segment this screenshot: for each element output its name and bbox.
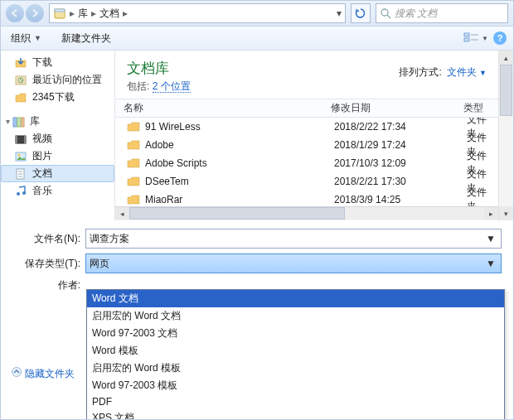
folder-icon: [127, 157, 140, 169]
dropdown-option[interactable]: 启用宏的 Word 模板: [87, 360, 504, 377]
document-icon: [14, 167, 27, 181]
svg-point-2: [381, 9, 388, 16]
scroll-up-button[interactable]: ▴: [499, 51, 513, 65]
hide-folders-link[interactable]: 隐藏文件夹: [11, 366, 75, 381]
sidebar-item-2345[interactable]: 2345下载: [1, 89, 114, 106]
sidebar-item-label: 图片: [32, 149, 52, 163]
refresh-button[interactable]: [351, 3, 371, 23]
table-row[interactable]: DSeeTem2018/2/21 17:30文件夹: [115, 172, 498, 191]
table-row[interactable]: Adobe Scripts2017/10/3 12:09文件夹: [115, 154, 498, 172]
filetype-dropdown[interactable]: Word 文档启用宏的 Word 文档Word 97-2003 文档Word 模…: [86, 289, 505, 420]
sidebar-item-label: 库: [30, 114, 40, 128]
help-icon: ?: [497, 33, 503, 43]
search-input[interactable]: 搜索 文档: [376, 3, 508, 23]
dropdown-option[interactable]: Word 97-2003 文档: [87, 325, 504, 342]
file-date: 2018/1/29 17:24: [326, 139, 458, 151]
library-subtitle: 包括: 2 个位置: [127, 80, 191, 94]
sort-value-link[interactable]: 文件夹 ▼: [447, 65, 487, 80]
organize-label: 组织: [11, 31, 31, 46]
new-folder-label: 新建文件夹: [61, 31, 111, 46]
svg-point-25: [12, 368, 22, 377]
nav-back-button[interactable]: [6, 4, 24, 22]
sidebar-item-video[interactable]: 视频: [1, 130, 114, 147]
file-date: 2018/2/21 17:30: [326, 176, 458, 187]
sidebar-item-label: 最近访问的位置: [32, 73, 102, 87]
dropdown-option[interactable]: XPS 文档: [87, 409, 504, 420]
sidebar-item-music[interactable]: 音乐: [1, 182, 114, 200]
scroll-thumb[interactable]: [500, 65, 512, 116]
arrow-left-icon: [11, 9, 19, 17]
expand-icon[interactable]: ▾: [6, 117, 10, 126]
column-name[interactable]: 名称: [115, 101, 322, 115]
filetype-value: 网页: [90, 257, 109, 271]
folder-icon: [127, 194, 140, 205]
column-date[interactable]: 修改日期: [322, 101, 455, 115]
nav-forward-button[interactable]: [26, 4, 44, 22]
sidebar-item-documents[interactable]: 文档: [1, 165, 114, 182]
file-name: DSeeTem: [145, 176, 189, 187]
sort-label: 排列方式:: [399, 65, 441, 80]
dropdown-option[interactable]: PDF: [87, 394, 504, 409]
scroll-right-button[interactable]: ▸: [484, 207, 498, 220]
chevron-down-icon: ▼: [479, 69, 487, 77]
folder-icon: [14, 91, 27, 104]
dropdown-icon[interactable]: ▾: [337, 7, 342, 19]
column-headers: 名称 修改日期 类型: [115, 99, 498, 118]
library-title: 文档库: [127, 59, 191, 78]
svg-rect-4: [464, 33, 469, 36]
horizontal-scrollbar[interactable]: ◂ ▸: [115, 206, 498, 220]
svg-point-23: [17, 192, 20, 196]
breadcrumb-segment[interactable]: 文档: [99, 7, 119, 21]
filename-input[interactable]: 调查方案 ▼: [85, 229, 502, 249]
table-row[interactable]: 91 WireLess2018/2/22 17:34文件夹: [115, 118, 498, 136]
sidebar-group-library[interactable]: ▾ 库: [1, 113, 114, 130]
column-type[interactable]: 类型: [455, 101, 498, 115]
sidebar-item-label: 文档: [32, 167, 52, 181]
table-row[interactable]: Adobe2018/1/29 17:24文件夹: [115, 136, 498, 154]
sidebar-item-label: 2345下载: [32, 90, 75, 104]
file-name: Adobe Scripts: [145, 157, 207, 169]
sidebar-item-label: 视频: [32, 132, 52, 146]
dropdown-option[interactable]: Word 模板: [87, 342, 504, 360]
vertical-scrollbar[interactable]: ▴ ▾: [498, 51, 513, 220]
svg-rect-13: [22, 118, 24, 127]
library-icon: [53, 7, 66, 20]
filetype-select[interactable]: 网页 ▼: [85, 253, 502, 273]
chevron-down-icon: ▼: [34, 34, 41, 42]
view-button[interactable]: ▼: [463, 31, 488, 45]
breadcrumb-segment[interactable]: 库: [78, 7, 88, 21]
chevron-down-icon[interactable]: ▼: [484, 233, 497, 244]
locations-link[interactable]: 2 个位置: [153, 80, 191, 93]
file-name: MiaoRar: [145, 194, 182, 205]
dropdown-option[interactable]: Word 97-2003 模板: [87, 377, 504, 394]
organize-button[interactable]: 组织 ▼: [7, 30, 45, 47]
filename-label: 文件名(N):: [1, 232, 85, 246]
sidebar-item-downloads[interactable]: 下载: [1, 54, 114, 71]
chevron-right-icon: ▸: [70, 7, 75, 19]
file-date: 2017/10/3 12:09: [326, 157, 458, 169]
sidebar-item-label: 音乐: [32, 184, 52, 198]
svg-rect-15: [16, 136, 17, 143]
scroll-thumb[interactable]: [129, 207, 345, 220]
help-button[interactable]: ?: [493, 31, 507, 45]
video-icon: [14, 133, 27, 146]
sidebar-item-label: 下载: [32, 56, 52, 70]
scroll-left-button[interactable]: ◂: [115, 207, 129, 220]
chevron-down-icon[interactable]: ▼: [484, 258, 497, 269]
file-date: 2018/3/9 14:25: [326, 194, 458, 205]
refresh-icon: [355, 7, 366, 19]
scroll-down-button[interactable]: ▾: [499, 206, 513, 220]
folder-icon: [127, 121, 140, 133]
sidebar-item-recent[interactable]: 最近访问的位置: [1, 71, 114, 89]
arrow-right-icon: [31, 9, 39, 17]
download-icon: [14, 56, 27, 70]
sidebar-item-pictures[interactable]: 图片: [1, 147, 114, 165]
dropdown-option[interactable]: 启用宏的 Word 文档: [87, 307, 504, 325]
breadcrumb[interactable]: ▸ 库 ▸ 文档 ▸ ▾: [49, 3, 346, 23]
dropdown-option[interactable]: Word 文档: [87, 290, 504, 307]
filename-value: 调查方案: [90, 232, 129, 246]
table-row[interactable]: MiaoRar2018/3/9 14:25文件夹: [115, 191, 498, 205]
author-label: 作者:: [1, 278, 85, 292]
new-folder-button[interactable]: 新建文件夹: [58, 30, 114, 47]
file-date: 2018/2/22 17:34: [326, 121, 458, 133]
